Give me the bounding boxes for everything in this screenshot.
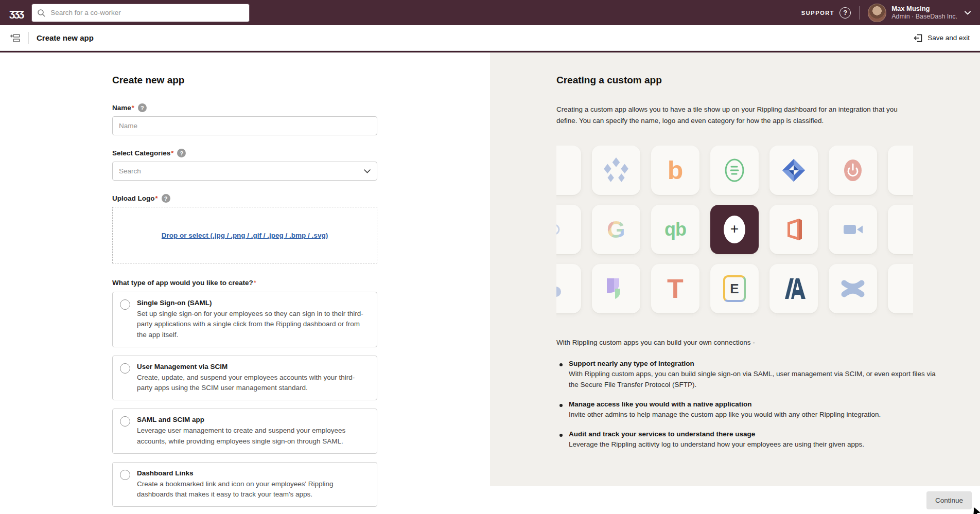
categories-search-input[interactable] (112, 162, 377, 181)
t-glyph: T (667, 275, 684, 302)
search-icon (37, 9, 45, 17)
diamond-star-tile (592, 146, 640, 195)
bowtie-tile (829, 264, 877, 313)
radio-button[interactable] (120, 299, 130, 310)
app-type-question: What type of app would you like to creat… (112, 279, 377, 287)
benefit-title: Audit and track your services to underst… (569, 430, 980, 438)
required-asterisk: * (171, 149, 173, 157)
plus-glyph: + (730, 222, 739, 236)
diamond-pair-icon (898, 156, 913, 185)
diamond-pair-tile-partial (888, 146, 913, 195)
custom-app-plus-tile: + (710, 205, 759, 254)
boxed-e-tile: E (710, 264, 759, 313)
diamond-star-icon (602, 156, 631, 185)
option-description: Leverage user management to create and s… (137, 426, 369, 447)
list-add-icon[interactable] (10, 33, 21, 43)
bowtie-icon (839, 276, 866, 301)
header-divider (28, 32, 29, 44)
benefit-title: Support nearly any type of integration (569, 360, 980, 367)
letter-b-tile: b (651, 146, 699, 195)
letter-sa-tile-partial: sa (888, 205, 913, 254)
save-and-exit-button[interactable]: Save and exit (914, 33, 970, 43)
aside-intro: Creating a custom app allows you to have… (556, 104, 906, 126)
name-input[interactable] (112, 116, 377, 135)
user-menu[interactable]: Max Musing Admin · BaseDash Inc. (891, 5, 957, 21)
save-and-exit-label: Save and exit (927, 34, 970, 42)
user-name: Max Musing (891, 5, 957, 13)
benefit-description: Leverage the Rippling acitivty log to un… (569, 439, 939, 450)
green-lines-badge-icon (721, 156, 748, 185)
option-single-sign-on-saml[interactable]: Single Sign-on (SAML) Set up single sign… (112, 292, 377, 347)
numeral-one-tile-partial: 1 (556, 146, 581, 195)
support-link[interactable]: SUPPORT (801, 10, 834, 16)
cloud-tile-partial (556, 264, 581, 313)
name-label: Name* (112, 104, 134, 112)
benefit-description: Invite other admins to help manage the c… (569, 410, 939, 420)
benefit-title: Manage access like you would with a nati… (569, 400, 980, 408)
help-icon[interactable]: ? (839, 7, 851, 19)
dots-tile-partial (888, 264, 913, 313)
continue-button[interactable]: Continue (926, 491, 972, 509)
topbar-divider (859, 6, 860, 20)
name-field: Name* ? (112, 103, 377, 135)
categories-field: Select Categories* ? (112, 149, 377, 181)
name-help-icon[interactable]: ? (138, 103, 147, 112)
video-camera-icon (839, 216, 866, 243)
google-g-glyph: G (607, 218, 625, 241)
boxed-e-icon: E (723, 275, 746, 302)
target-icon (556, 223, 561, 236)
blue-diamond-icon (780, 157, 807, 184)
qb-glyph: qb (664, 220, 686, 239)
leaf-icon (604, 276, 628, 301)
upload-logo-field: Upload Logo* ? Drop or select (.jpg / .p… (112, 194, 377, 263)
top-bar: ʒʒʒ SUPPORT ? Max Musing Admin · BaseDas… (0, 0, 980, 25)
categories-help-icon[interactable]: ? (177, 149, 186, 157)
app-icon-grid: 1 b ro (556, 146, 913, 323)
tile-row: ro G qb + sa (556, 205, 913, 254)
option-user-management-scim[interactable]: User Management via SCIM Create, update,… (112, 356, 377, 401)
form-heading: Create new app (112, 75, 377, 86)
radio-button[interactable] (120, 363, 130, 374)
option-dashboard-links[interactable]: Dashboard Links Create a bookmarked link… (112, 462, 377, 507)
aside-heading: Creating a custom app (556, 75, 980, 86)
option-description: Set up single sign-on for your employees… (137, 309, 369, 340)
leaf-tile (592, 264, 640, 313)
connections-note: With Rippling custom apps you can build … (556, 339, 980, 346)
required-asterisk: * (254, 279, 256, 287)
page-header: Create new app Save and exit (0, 25, 980, 51)
avatar[interactable] (868, 4, 886, 22)
rippling-logo[interactable]: ʒʒʒ (9, 7, 23, 18)
create-app-form-pane: Create new app Name* ? Select Categories… (0, 52, 490, 486)
search-input[interactable] (31, 4, 250, 22)
upload-help-icon[interactable]: ? (162, 194, 170, 203)
power-icon (839, 156, 866, 185)
letter-qb-tile: qb (651, 205, 699, 254)
blue-diamond-tile (769, 146, 818, 195)
option-description: Create, update, and suspend your employe… (137, 373, 369, 394)
benefit-item: Manage access like you would with a nati… (556, 400, 980, 420)
user-meta: Admin · BaseDash Inc. (891, 13, 957, 21)
e-glyph: E (730, 281, 739, 297)
power-badge-tile (829, 146, 877, 195)
categories-label: Select Categories* (112, 149, 173, 157)
page-title: Create new app (37, 33, 94, 42)
option-title: Single Sign-on (SAML) (137, 299, 369, 307)
required-asterisk: * (132, 104, 134, 112)
letter-t-tile: T (651, 264, 699, 313)
option-title: SAML and SCIM app (137, 416, 369, 423)
logo-dropzone[interactable]: Drop or select (.jpg / .png / .gif / .jp… (112, 207, 377, 263)
green-lines-badge-tile (710, 146, 759, 195)
radio-button[interactable] (120, 416, 130, 427)
option-title: Dashboard Links (137, 469, 369, 477)
option-saml-and-scim[interactable]: SAML and SCIM app Leverage user manageme… (112, 409, 377, 454)
radio-button[interactable] (120, 470, 130, 480)
office-icon (780, 216, 807, 243)
drop-or-select-link[interactable]: Drop or select (.jpg / .png / .gif / .jp… (162, 232, 328, 239)
categories-select[interactable] (112, 162, 377, 181)
chevron-down-icon[interactable] (965, 11, 971, 15)
mouse-cursor (972, 506, 980, 514)
slash-a-icon (780, 277, 807, 300)
exit-icon (914, 33, 923, 43)
cloud-icon (556, 277, 562, 300)
office-tile (769, 205, 818, 254)
